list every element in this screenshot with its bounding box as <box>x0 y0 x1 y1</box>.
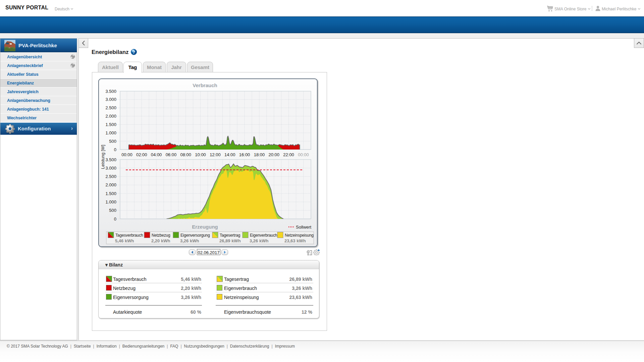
svg-text:26,89 kWh: 26,89 kWh <box>219 238 241 243</box>
svg-text:1.500: 1.500 <box>105 191 116 196</box>
svg-text:1.500: 1.500 <box>105 122 116 127</box>
svg-text:20:00: 20:00 <box>269 152 280 157</box>
svg-text:2.500: 2.500 <box>105 105 116 110</box>
svg-text:Leistung [W]: Leistung [W] <box>100 145 105 169</box>
svg-text:02:00: 02:00 <box>136 152 147 157</box>
svg-text:5,46 kWh: 5,46 kWh <box>115 238 134 243</box>
svg-text:Tagesertrag: Tagesertrag <box>220 233 240 238</box>
svg-text:Tagesverbrauch: Tagesverbrauch <box>115 233 143 238</box>
svg-text:3.000: 3.000 <box>105 166 116 171</box>
svg-text:3,26 kWh: 3,26 kWh <box>250 238 268 243</box>
svg-text:500: 500 <box>109 208 116 213</box>
svg-text:18:00: 18:00 <box>254 152 265 157</box>
svg-text:Verbrauch: Verbrauch <box>193 82 217 88</box>
svg-text:16:00: 16:00 <box>239 152 250 157</box>
svg-text:2,20 kWh: 2,20 kWh <box>151 238 170 243</box>
svg-text:00:00: 00:00 <box>298 152 309 157</box>
svg-text:06:00: 06:00 <box>166 152 177 157</box>
svg-text:23,63 kWh: 23,63 kWh <box>284 238 306 243</box>
svg-text:2.000: 2.000 <box>105 114 116 119</box>
svg-text:2.000: 2.000 <box>105 182 116 187</box>
svg-text:Sollwert: Sollwert <box>296 225 312 230</box>
svg-text:3.500: 3.500 <box>105 89 116 94</box>
svg-text:3,26 kWh: 3,26 kWh <box>180 238 199 243</box>
svg-text:Netzeinspeisung: Netzeinspeisung <box>285 233 314 238</box>
svg-text:0: 0 <box>114 217 116 222</box>
svg-text:00:00: 00:00 <box>121 152 132 157</box>
svg-text:3.000: 3.000 <box>105 97 116 102</box>
svg-text:0: 0 <box>114 147 116 152</box>
svg-text:Erzeugung: Erzeugung <box>192 224 218 230</box>
svg-text:Eigenverbrauch: Eigenverbrauch <box>250 233 277 238</box>
svg-text:12:00: 12:00 <box>210 152 221 157</box>
svg-text:2.500: 2.500 <box>105 174 116 179</box>
svg-text:04:00: 04:00 <box>151 152 162 157</box>
svg-text:22:00: 22:00 <box>283 152 294 157</box>
svg-text:Eigenversorgung: Eigenversorgung <box>180 233 210 238</box>
svg-text:10:00: 10:00 <box>195 152 206 157</box>
svg-text:Netzbezug: Netzbezug <box>152 233 170 238</box>
svg-text:08:00: 08:00 <box>180 152 192 157</box>
svg-text:?: ? <box>132 50 135 55</box>
svg-text:500: 500 <box>109 139 116 144</box>
svg-text:1.000: 1.000 <box>105 130 116 135</box>
svg-text:1.000: 1.000 <box>105 199 116 204</box>
svg-text:3.500: 3.500 <box>105 157 116 162</box>
svg-text:14:00: 14:00 <box>224 152 235 157</box>
